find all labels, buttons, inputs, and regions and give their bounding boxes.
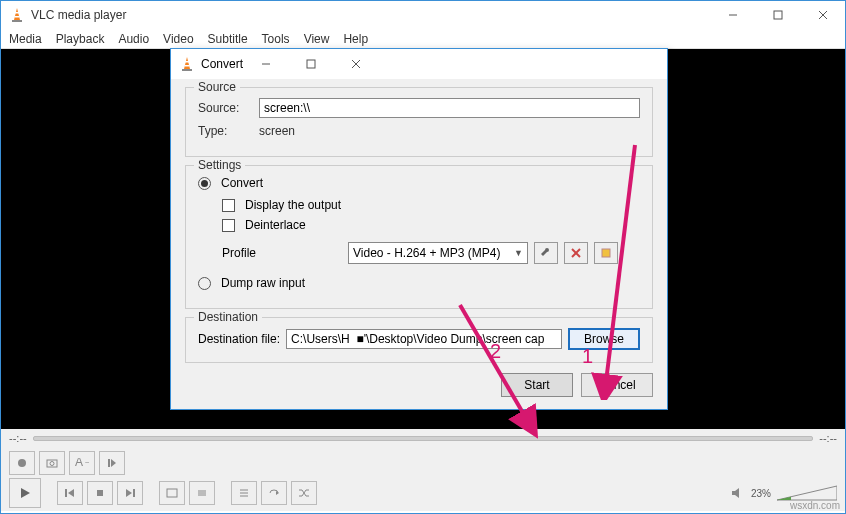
svg-rect-36 xyxy=(307,60,315,68)
close-button[interactable] xyxy=(800,1,845,29)
delete-icon xyxy=(570,247,582,259)
dialog-maximize-button[interactable] xyxy=(288,50,333,78)
menu-media[interactable]: Media xyxy=(9,32,42,46)
svg-text:A→B: A→B xyxy=(75,458,89,468)
svg-marker-13 xyxy=(111,459,116,467)
main-title: VLC media player xyxy=(31,8,710,22)
svg-point-10 xyxy=(50,462,54,466)
maximize-button[interactable] xyxy=(755,1,800,29)
snapshot-button[interactable] xyxy=(39,451,65,475)
svg-rect-15 xyxy=(65,489,67,497)
svg-point-8 xyxy=(18,459,26,467)
shuffle-button[interactable] xyxy=(291,481,317,505)
svg-rect-33 xyxy=(185,61,189,63)
profile-combo[interactable]: Video - H.264 + MP3 (MP4) ▼ xyxy=(348,242,528,264)
minimize-button[interactable] xyxy=(710,1,755,29)
convert-radio[interactable] xyxy=(198,177,211,190)
svg-marker-28 xyxy=(732,488,739,498)
deinterlace-checkbox[interactable] xyxy=(222,219,235,232)
dump-radio[interactable] xyxy=(198,277,211,290)
menu-playback[interactable]: Playback xyxy=(56,32,105,46)
new-profile-button[interactable] xyxy=(594,242,618,264)
delete-profile-button[interactable] xyxy=(564,242,588,264)
destination-group: Destination Destination file: Browse xyxy=(185,317,653,363)
menu-tools[interactable]: Tools xyxy=(262,32,290,46)
settings-group: Settings Convert Display the output Dein… xyxy=(185,165,653,309)
fullscreen-button[interactable] xyxy=(159,481,185,505)
svg-rect-12 xyxy=(108,459,110,467)
display-output-checkbox[interactable] xyxy=(222,199,235,212)
watermark: wsxdn.com xyxy=(790,500,840,511)
edit-profile-button[interactable] xyxy=(534,242,558,264)
svg-marker-18 xyxy=(126,489,132,497)
svg-rect-41 xyxy=(602,249,610,257)
source-input[interactable] xyxy=(259,98,640,118)
profile-label: Profile xyxy=(222,246,342,260)
svg-rect-34 xyxy=(185,65,190,67)
settings-group-title: Settings xyxy=(194,158,245,172)
dialog-minimize-button[interactable] xyxy=(243,50,288,78)
chevron-down-icon: ▼ xyxy=(514,248,523,258)
dialog-titlebar: Convert xyxy=(171,49,667,79)
dialog-title: Convert xyxy=(201,57,243,71)
svg-rect-19 xyxy=(133,489,135,497)
start-button[interactable]: Start xyxy=(501,373,573,397)
svg-marker-31 xyxy=(184,57,190,69)
dialog-close-button[interactable] xyxy=(333,50,378,78)
destination-file-label: Destination file: xyxy=(198,332,280,346)
svg-marker-0 xyxy=(14,8,20,20)
source-group: Source Source: Type: screen xyxy=(185,87,653,157)
svg-rect-32 xyxy=(182,69,192,71)
stop-button[interactable] xyxy=(87,481,113,505)
seekbar: --:-- --:-- xyxy=(1,429,845,447)
svg-marker-16 xyxy=(68,489,74,497)
svg-rect-5 xyxy=(774,11,782,19)
loop-button[interactable] xyxy=(261,481,287,505)
cancel-button[interactable]: Cancel xyxy=(581,373,653,397)
svg-rect-20 xyxy=(167,489,177,497)
menu-video[interactable]: Video xyxy=(163,32,193,46)
frame-button[interactable] xyxy=(99,451,125,475)
wrench-icon xyxy=(540,247,552,259)
record-button[interactable] xyxy=(9,451,35,475)
main-window-controls xyxy=(710,1,845,29)
destination-group-title: Destination xyxy=(194,310,262,324)
display-output-label: Display the output xyxy=(245,198,341,212)
menu-audio[interactable]: Audio xyxy=(118,32,149,46)
menubar: Media Playback Audio Video Subtitle Tool… xyxy=(1,29,845,49)
prev-button[interactable] xyxy=(57,481,83,505)
ext-settings-button[interactable] xyxy=(189,481,215,505)
next-button[interactable] xyxy=(117,481,143,505)
type-label: Type: xyxy=(198,124,253,138)
new-icon xyxy=(600,247,612,259)
svg-rect-17 xyxy=(97,490,103,496)
browse-button[interactable]: Browse xyxy=(568,328,640,350)
dump-radio-label: Dump raw input xyxy=(221,276,305,290)
source-label: Source: xyxy=(198,101,253,115)
speaker-icon[interactable] xyxy=(731,486,745,500)
time-total: --:-- xyxy=(819,432,837,444)
play-button[interactable] xyxy=(9,478,41,508)
volume-percent: 23% xyxy=(751,488,771,499)
menu-subtitle[interactable]: Subtitle xyxy=(208,32,248,46)
main-titlebar: VLC media player xyxy=(1,1,845,29)
playlist-button[interactable] xyxy=(231,481,257,505)
menu-help[interactable]: Help xyxy=(343,32,368,46)
convert-dialog: Convert Source Source: Type: screen Sett… xyxy=(170,48,668,410)
source-group-title: Source xyxy=(194,80,240,94)
svg-rect-2 xyxy=(15,12,19,14)
svg-marker-14 xyxy=(21,488,30,498)
time-elapsed: --:-- xyxy=(9,432,27,444)
vlc-cone-icon xyxy=(9,7,25,23)
menu-view[interactable]: View xyxy=(304,32,330,46)
convert-radio-label: Convert xyxy=(221,176,263,190)
profile-combo-value: Video - H.264 + MP3 (MP4) xyxy=(353,246,501,260)
controls: A→B 23% xyxy=(1,447,845,511)
svg-rect-3 xyxy=(15,16,20,18)
svg-rect-1 xyxy=(12,20,22,22)
atob-button[interactable]: A→B xyxy=(69,451,95,475)
vlc-cone-icon xyxy=(179,56,195,72)
type-value: screen xyxy=(259,124,295,138)
destination-file-input[interactable] xyxy=(286,329,562,349)
seek-track[interactable] xyxy=(33,436,814,441)
